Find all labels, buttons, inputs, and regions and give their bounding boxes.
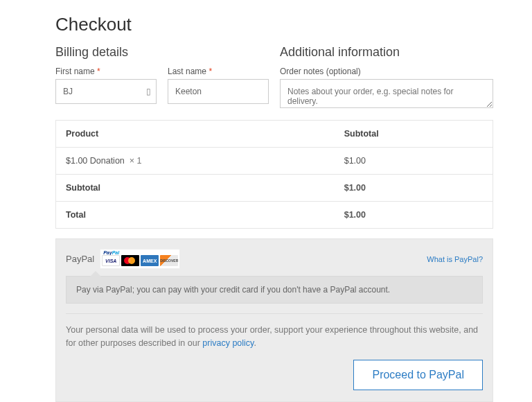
order-review-table: Product Subtotal $1.00 Donation × 1 $1.0… — [55, 120, 493, 229]
discover-icon: DISCOVER — [160, 255, 178, 266]
autofill-icon: ▯ — [146, 87, 151, 96]
subtotal-row: Subtotal $1.00 — [56, 175, 493, 202]
total-row: Total $1.00 — [56, 202, 493, 229]
last-name-input[interactable] — [168, 79, 269, 104]
table-row: $1.00 Donation × 1 $1.00 — [56, 148, 493, 175]
proceed-to-paypal-button[interactable]: Proceed to PayPal — [353, 360, 483, 390]
col-subtotal: Subtotal — [335, 121, 493, 148]
amex-icon: AMEX — [141, 255, 159, 266]
checkout-page: Checkout Billing details First name * ▯ — [0, 0, 532, 402]
mastercard-icon — [121, 255, 139, 266]
visa-icon: VISA — [102, 255, 120, 266]
first-name-label: First name * — [55, 67, 157, 76]
order-notes-label: Order notes (optional) — [280, 67, 493, 76]
last-name-label: Last name * — [168, 67, 269, 76]
what-is-paypal-link[interactable]: What is PayPal? — [427, 255, 483, 263]
billing-section: Billing details First name * ▯ Last name — [55, 45, 269, 110]
payment-box: PayPal PayPal VISA AMEX DISCOVER What is… — [55, 238, 493, 402]
payment-description: Pay via PayPal; you can pay with your cr… — [66, 276, 483, 304]
privacy-text: Your personal data will be used to proce… — [66, 324, 483, 350]
additional-section: Additional information Order notes (opti… — [280, 45, 493, 110]
privacy-policy-link[interactable]: privacy policy — [202, 338, 254, 348]
required-marker: * — [209, 67, 212, 76]
product-qty: × 1 — [130, 156, 142, 166]
divider — [66, 313, 483, 314]
product-name: $1.00 Donation — [66, 156, 125, 166]
first-name-input[interactable] — [55, 79, 157, 104]
order-notes-input[interactable] — [280, 79, 493, 108]
payment-method-label: PayPal — [66, 254, 94, 264]
payment-cards-icon: PayPal VISA AMEX DISCOVER — [100, 249, 180, 269]
billing-heading: Billing details — [55, 45, 269, 60]
required-marker: * — [97, 67, 100, 76]
page-title: Checkout — [55, 14, 493, 35]
col-product: Product — [56, 121, 335, 148]
product-amount: $1.00 — [335, 148, 493, 175]
additional-heading: Additional information — [280, 45, 493, 60]
